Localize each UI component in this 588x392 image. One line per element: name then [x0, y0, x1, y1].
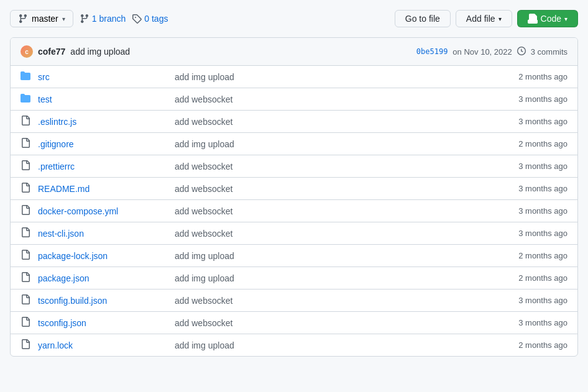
table-row: docker-compose.ymladd websocket3 months … [11, 200, 577, 222]
commits-link[interactable]: 3 commits [531, 47, 567, 57]
add-file-chevron: ▾ [498, 16, 502, 22]
file-commit-message[interactable]: add img upload [175, 72, 493, 82]
folder-icon [21, 71, 33, 83]
commit-header: c cofe77 add img upload 0be5199 on Nov 1… [11, 38, 577, 66]
code-button[interactable]: Code ▾ [517, 10, 578, 27]
file-name[interactable]: docker-compose.yml [38, 206, 175, 216]
table-row: yarn.lockadd img upload2 months ago [11, 334, 577, 356]
commit-username[interactable]: cofe77 [38, 47, 65, 57]
file-name[interactable]: .gitignore [38, 139, 175, 149]
table-row: tsconfig.jsonadd websocket3 months ago [11, 312, 577, 334]
file-time: 2 months ago [493, 340, 567, 350]
commit-meta: 0be5199 on Nov 10, 2022 3 commits [416, 47, 567, 57]
table-row: README.mdadd websocket3 months ago [11, 178, 577, 200]
file-name[interactable]: README.md [38, 184, 175, 194]
code-chevron: ▾ [564, 16, 567, 22]
table-row: .prettierrcadd websocket3 months ago [11, 155, 577, 178]
file-time: 2 months ago [493, 72, 567, 81]
file-time: 3 months ago [493, 184, 567, 193]
file-commit-message[interactable]: add websocket [175, 318, 493, 328]
table-row: package-lock.jsonadd img upload2 months … [11, 245, 577, 267]
commit-hash[interactable]: 0be5199 [416, 47, 448, 56]
file-icon [21, 160, 33, 172]
file-name[interactable]: nest-cli.json [38, 229, 175, 239]
file-commit-message[interactable]: add websocket [175, 229, 493, 239]
code-icon [528, 14, 538, 24]
tags-info[interactable]: 0 tags [132, 14, 168, 24]
file-time: 2 months ago [493, 273, 567, 283]
branch-selector[interactable]: master ▾ [10, 10, 73, 27]
table-row: .eslintrc.jsadd websocket3 months ago [11, 111, 577, 133]
go-to-file-button[interactable]: Go to file [395, 10, 451, 27]
file-commit-message[interactable]: add img upload [175, 139, 493, 149]
branch-icon [18, 14, 28, 24]
file-icon [21, 339, 33, 351]
branch-count-icon [80, 14, 90, 24]
file-time: 3 months ago [493, 94, 567, 104]
table-row: srcadd img upload2 months ago [11, 66, 577, 88]
file-name[interactable]: tsconfig.json [38, 318, 175, 328]
branch-count[interactable]: 1 branch [80, 14, 126, 24]
file-icon [21, 317, 33, 329]
table-row: nest-cli.jsonadd websocket3 months ago [11, 222, 577, 245]
commit-message[interactable]: add img upload [70, 47, 130, 57]
file-icon [21, 272, 33, 284]
table-row: .gitignoreadd img upload2 months ago [11, 133, 577, 155]
file-icon [21, 205, 33, 217]
table-row: testadd websocket3 months ago [11, 88, 577, 111]
file-commit-message[interactable]: add websocket [175, 94, 493, 104]
file-icon [21, 294, 33, 306]
file-time: 3 months ago [493, 318, 567, 327]
toolbar-right: Go to file Add file ▾ Code ▾ [395, 10, 578, 27]
file-name[interactable]: src [38, 72, 175, 82]
table-row: tsconfig.build.jsonadd websocket3 months… [11, 289, 577, 312]
file-name[interactable]: test [38, 94, 175, 104]
file-time: 3 months ago [493, 117, 567, 126]
file-time: 2 months ago [493, 251, 567, 260]
commit-date: on Nov 10, 2022 [452, 47, 512, 57]
file-commit-message[interactable]: add websocket [175, 117, 493, 127]
file-icon [21, 183, 33, 194]
add-file-button[interactable]: Add file ▾ [456, 10, 512, 27]
branch-count-text: 1 branch [92, 14, 126, 24]
file-time: 3 months ago [493, 296, 567, 305]
file-time: 3 months ago [493, 162, 567, 171]
file-name[interactable]: tsconfig.build.json [38, 296, 175, 306]
table-row: package.jsonadd img upload2 months ago [11, 267, 577, 289]
repo-box: c cofe77 add img upload 0be5199 on Nov 1… [10, 37, 578, 357]
file-icon [21, 227, 33, 239]
file-commit-message[interactable]: add img upload [175, 273, 493, 283]
file-commit-message[interactable]: add websocket [175, 162, 493, 171]
file-commit-message[interactable]: add img upload [175, 251, 493, 261]
file-time: 2 months ago [493, 139, 567, 148]
branch-chevron: ▾ [62, 16, 65, 22]
file-name[interactable]: .prettierrc [38, 162, 175, 171]
file-icon [21, 116, 33, 127]
file-icon [21, 250, 33, 262]
file-commit-message[interactable]: add img upload [175, 340, 493, 350]
branch-label: master [32, 14, 58, 24]
file-icon [21, 138, 33, 150]
tags-text: 0 tags [144, 14, 168, 24]
commit-author-info: c cofe77 add img upload [21, 45, 130, 58]
file-commit-message[interactable]: add websocket [175, 184, 493, 194]
file-name[interactable]: .eslintrc.js [38, 117, 175, 127]
toolbar: master ▾ 1 branch 0 tags Go to file [10, 10, 578, 27]
tag-icon [132, 14, 142, 24]
file-name[interactable]: package-lock.json [38, 251, 175, 261]
file-time: 3 months ago [493, 206, 567, 216]
avatar: c [21, 45, 33, 58]
file-commit-message[interactable]: add websocket [175, 296, 493, 306]
folder-icon [21, 93, 33, 105]
file-commit-message[interactable]: add websocket [175, 206, 493, 216]
file-name[interactable]: package.json [38, 273, 175, 283]
toolbar-left: master ▾ 1 branch 0 tags [10, 10, 168, 27]
clock-icon [517, 47, 526, 57]
file-list: srcadd img upload2 months agotestadd web… [11, 66, 577, 356]
file-time: 3 months ago [493, 229, 567, 238]
file-name[interactable]: yarn.lock [38, 340, 175, 350]
